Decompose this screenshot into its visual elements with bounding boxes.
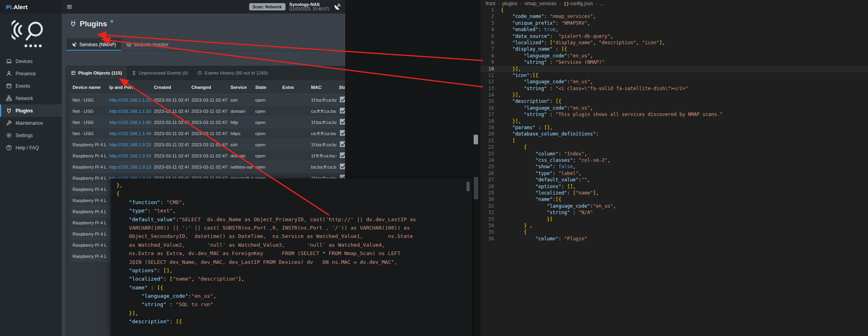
editor-line[interactable]: 16 "language_code":"en_us", bbox=[480, 105, 868, 111]
table-row: Net - USGhttp://192.168.1.1:532023-03-11… bbox=[70, 106, 345, 117]
column-header-state[interactable]: State bbox=[253, 80, 280, 94]
editor-line[interactable]: 12 "language_code":"en_us", bbox=[480, 79, 868, 85]
status-checkbox[interactable] bbox=[340, 108, 345, 114]
editor-line[interactable]: 8 "language_code":"en_us", bbox=[480, 53, 868, 59]
editor-line[interactable]: 14 }], bbox=[480, 92, 868, 98]
editor-line[interactable]: 28 "options": [], bbox=[480, 183, 868, 190]
json-file-icon: {} bbox=[564, 1, 569, 6]
cell-mac: ca:ff:ff:ca:ba:6d bbox=[309, 106, 337, 117]
status-checkbox[interactable] bbox=[340, 119, 345, 125]
ip-link[interactable]: http://192.168.1.1:443 bbox=[109, 131, 152, 136]
overlay-code-line: "description": [{ bbox=[116, 317, 472, 326]
editor-line[interactable]: 19 "params" : [], bbox=[480, 124, 868, 131]
status-checkbox[interactable] bbox=[340, 141, 345, 147]
editor-line[interactable]: 23 "column": "Index", bbox=[480, 151, 868, 157]
editor-line[interactable]: 21 [ bbox=[480, 138, 868, 144]
sidebar-item-events[interactable]: Events bbox=[0, 80, 62, 92]
editor-line[interactable]: 34 } , bbox=[480, 222, 868, 229]
breadcrumb-segment[interactable]: plugins bbox=[502, 1, 518, 6]
cell-device-name: Raspberry Pi 4 LAN bbox=[70, 150, 107, 161]
editor-line[interactable]: 15 "description": [{ bbox=[480, 98, 868, 104]
breadcrumb: front›plugins›nmap_services›{}config.jso… bbox=[480, 0, 868, 7]
editor-line[interactable]: 7 "display_name" : [{ bbox=[480, 46, 868, 52]
editor-line[interactable]: 11 "icon":[{ bbox=[480, 72, 868, 79]
editor-line[interactable]: 9 "string" : "Services (NMAP)" bbox=[480, 59, 868, 65]
column-header-device-name[interactable]: Device name bbox=[70, 80, 107, 94]
subtab-events-history-50-out-of-1265[interactable]: Events History (50 out of 1265) bbox=[193, 66, 273, 80]
cell-status bbox=[337, 161, 345, 173]
column-header-status[interactable]: Status bbox=[337, 80, 345, 94]
ip-link[interactable]: http://192.168.1.9:22 bbox=[109, 142, 152, 147]
sidebar-item-network[interactable]: Network bbox=[0, 92, 62, 104]
status-checkbox[interactable] bbox=[340, 152, 345, 158]
sidebar-item-presence[interactable]: Presence bbox=[0, 67, 62, 80]
editor-line[interactable]: 32 "string" : "N/A" bbox=[480, 209, 868, 216]
editor-line[interactable]: 13 "string" : "<i class=\"fa-solid fa-sa… bbox=[480, 85, 868, 92]
screenshot-root: Pi.Alert DevicesPresenceEventsNe bbox=[0, 0, 868, 336]
sidebar-item-settings[interactable]: Settings bbox=[0, 129, 62, 141]
status-checkbox[interactable] bbox=[340, 130, 345, 136]
ip-link[interactable]: http://192.168.1.1:53 bbox=[109, 109, 152, 114]
cell-state: open bbox=[253, 139, 280, 150]
breadcrumb-segment[interactable]: {}config.json bbox=[564, 1, 593, 6]
editor-line[interactable]: 29 "localized": ["name"], bbox=[480, 190, 868, 196]
column-header-created[interactable]: Created bbox=[152, 80, 189, 94]
editor-line[interactable]: 30 "name":[{ bbox=[480, 196, 868, 202]
editor-line[interactable]: 2 "code_name": "nmap_services", bbox=[480, 13, 868, 20]
overlay-scrollbar[interactable] bbox=[466, 182, 470, 191]
editor-line[interactable]: 36 "column": "Plugin" bbox=[480, 236, 868, 242]
host-name: Synology-NAS bbox=[289, 2, 329, 7]
subtab-label: Unprocessed Events (0) bbox=[139, 71, 188, 75]
editor-line[interactable]: 24 "css_classes": "col-sm-2", bbox=[480, 157, 868, 163]
column-header-changed[interactable]: Changed bbox=[189, 80, 228, 94]
editor-line[interactable]: 35 { bbox=[480, 229, 868, 235]
ip-link[interactable]: http://192.168.1.9:53 bbox=[109, 153, 152, 158]
editor-line[interactable]: 5 "data_source": "pialert-db-query", bbox=[480, 33, 868, 39]
editor-line[interactable]: 25 "show": false, bbox=[480, 163, 868, 170]
ip-link[interactable]: http://192.168.1.9:139 bbox=[109, 165, 152, 169]
sidebar-item-maintenance[interactable]: Maintenance bbox=[0, 117, 62, 129]
editor-line[interactable]: 33 }] bbox=[480, 216, 868, 222]
ip-link[interactable]: http://192.168.1.1:80 bbox=[109, 120, 152, 125]
cell-state: open bbox=[253, 94, 280, 106]
column-header-service[interactable]: Service bbox=[228, 80, 253, 94]
editor-line[interactable]: 6 "localized": ["display_name", "descrip… bbox=[480, 39, 868, 46]
editor-line[interactable]: 26 "type": "label", bbox=[480, 170, 868, 177]
editor-line[interactable]: 20 "database_column_definitions": bbox=[480, 131, 868, 137]
brand[interactable]: Pi.Alert bbox=[0, 0, 62, 14]
sidebar: Pi.Alert DevicesPresenceEventsNe bbox=[0, 0, 62, 336]
column-header-ip-and-port[interactable]: Ip and Port bbox=[107, 80, 152, 94]
editor-line[interactable]: 3 "unique_prefix": "NMAPSRV", bbox=[480, 20, 868, 26]
cell-ip-port: http://192.168.1.1:22 bbox=[107, 94, 152, 106]
status-checkbox[interactable] bbox=[340, 163, 345, 169]
scrollbar-thumb[interactable] bbox=[474, 135, 478, 144]
editor-line[interactable]: 22 { bbox=[480, 144, 868, 150]
column-header-extra[interactable]: Extra bbox=[280, 80, 309, 94]
breadcrumb-segment[interactable]: ... bbox=[600, 1, 604, 6]
subtab-plugin-objects-115[interactable]: Plugin Objects (115) bbox=[66, 66, 127, 80]
line-number: 36 bbox=[480, 236, 494, 242]
editor-line[interactable]: 17 "string" : "This plugin shows all ser… bbox=[480, 111, 868, 118]
sidebar-item-help-faq[interactable]: Help / FAQ bbox=[0, 141, 62, 154]
editor-line[interactable]: 31 "language_code":"en_us", bbox=[480, 203, 868, 209]
tab-website-monitor[interactable]: Website monitor bbox=[121, 38, 173, 51]
scrollbar-thumb[interactable] bbox=[474, 177, 478, 199]
hamburger-menu-icon[interactable] bbox=[66, 4, 73, 10]
status-checkbox[interactable] bbox=[340, 96, 345, 102]
cell-mac: ba:ba:ff:ca:ba:0c bbox=[309, 161, 337, 173]
breadcrumb-segment[interactable]: nmap_services bbox=[524, 1, 557, 6]
editor-line[interactable]: 10 }], bbox=[480, 66, 868, 72]
sidebar-item-devices[interactable]: Devices bbox=[0, 55, 62, 67]
editor-line[interactable]: 27 "default_value":"", bbox=[480, 177, 868, 183]
satellite-dish-icon[interactable] bbox=[333, 3, 341, 11]
editor-line[interactable]: 4 "enabled": true, bbox=[480, 26, 868, 33]
editor-line[interactable]: 1{ bbox=[480, 7, 868, 13]
editor-code[interactable]: 1{2 "code_name": "nmap_services",3 "uniq… bbox=[480, 7, 868, 242]
column-header-mac[interactable]: MAC bbox=[309, 80, 337, 94]
subtab-unprocessed-events-0[interactable]: Unprocessed Events (0) bbox=[127, 66, 193, 80]
editor-line[interactable]: 18 }], bbox=[480, 118, 868, 124]
sidebar-item-plugins[interactable]: Plugins bbox=[0, 104, 62, 117]
breadcrumb-segment[interactable]: front bbox=[486, 1, 495, 6]
ip-link[interactable]: http://192.168.1.1:22 bbox=[109, 98, 152, 102]
tab-services-nmap[interactable]: Services (NMAP) bbox=[67, 38, 121, 51]
